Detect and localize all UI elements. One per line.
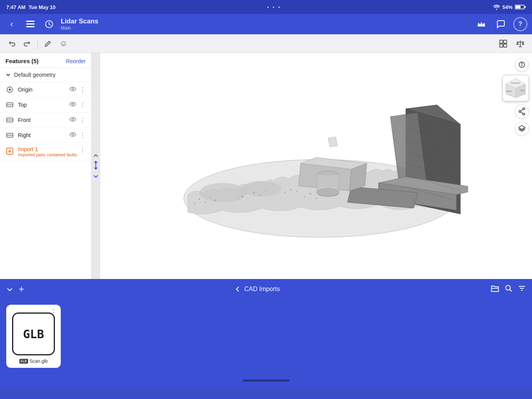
nav-bar: ‹ Lidar Scans Main xyxy=(0,14,532,34)
feature-right-more[interactable]: ⋮ xyxy=(79,132,86,139)
sidebar: Features (5) Reorder Default geometry Or… xyxy=(0,53,92,279)
feature-origin-label: Origin xyxy=(18,87,69,93)
scroll-up-button[interactable] xyxy=(92,152,100,159)
history-button[interactable] xyxy=(42,17,56,31)
svg-point-50 xyxy=(199,198,200,200)
crown-button[interactable] xyxy=(474,17,488,31)
pencil-icon xyxy=(44,40,52,48)
svg-point-79 xyxy=(506,285,511,290)
chevron-down-icon xyxy=(5,72,11,78)
main-area: Features (5) Reorder Default geometry Or… xyxy=(0,53,532,279)
feature-front-more[interactable]: ⋮ xyxy=(79,117,86,124)
edit-button[interactable] xyxy=(41,37,55,51)
folder-button[interactable] xyxy=(491,284,499,294)
toolbar: ☺ xyxy=(0,34,532,53)
share-button[interactable] xyxy=(515,104,529,118)
import-icon xyxy=(5,147,14,155)
feature-origin-more[interactable]: ⋮ xyxy=(79,86,86,94)
nav-title: Lidar Scans Main xyxy=(61,18,98,31)
feature-origin-eye[interactable] xyxy=(69,87,76,93)
feature-group-default[interactable]: Default geometry xyxy=(0,68,91,82)
chat-icon xyxy=(496,19,506,29)
file-card-menu[interactable]: ⋮ xyxy=(50,308,57,316)
feature-right-label: Right xyxy=(18,132,69,138)
svg-point-52 xyxy=(304,196,305,197)
svg-rect-2 xyxy=(516,6,521,9)
status-right: 54% xyxy=(493,4,526,10)
feature-right-eye[interactable] xyxy=(69,132,76,138)
sidebar-title: Features (5) xyxy=(5,58,39,64)
back-button[interactable]: ‹ xyxy=(5,17,19,31)
import-sublabel: Imported parts contained faults. xyxy=(18,152,79,157)
scroll-handle[interactable] xyxy=(92,53,100,279)
home-bar xyxy=(243,380,289,381)
file-card-scan[interactable]: ⋮ GLB GLB Scan.glb xyxy=(6,305,61,368)
svg-point-32 xyxy=(317,189,339,196)
list-icon xyxy=(26,21,35,28)
import-text: Import 1 Imported parts contained faults… xyxy=(18,146,79,157)
toolbar-divider xyxy=(37,38,38,49)
svg-point-42 xyxy=(417,200,418,201)
svg-rect-4 xyxy=(26,23,35,25)
svg-rect-8 xyxy=(504,40,507,43)
svg-point-16 xyxy=(72,88,74,90)
help-label: ? xyxy=(518,21,522,28)
svg-point-64 xyxy=(521,63,522,64)
status-time: 7:47 AM xyxy=(6,4,25,10)
help-button[interactable]: ? xyxy=(513,17,527,31)
svg-point-53 xyxy=(310,193,311,194)
svg-point-72 xyxy=(523,108,525,110)
scroll-down-button[interactable] xyxy=(92,173,100,180)
3d-layers-button[interactable] xyxy=(515,122,529,136)
feature-top-eye[interactable] xyxy=(69,102,76,108)
feature-item-right[interactable]: Right ⋮ xyxy=(0,128,91,143)
viewport-3d[interactable]: FRONT Back Left xyxy=(100,53,532,279)
feature-front-label: Front xyxy=(18,117,69,123)
feature-top-more[interactable]: ⋮ xyxy=(79,101,86,109)
layers-button[interactable] xyxy=(496,37,510,51)
svg-text:FRONT: FRONT xyxy=(511,82,521,85)
reorder-button[interactable]: Reorder xyxy=(66,58,86,64)
svg-point-41 xyxy=(296,191,297,192)
filter-button[interactable] xyxy=(518,285,526,294)
svg-point-48 xyxy=(210,197,211,198)
feature-item-import[interactable]: Import 1 Imported parts contained faults… xyxy=(0,143,91,161)
collapse-button[interactable] xyxy=(6,285,13,294)
svg-text:Back: Back xyxy=(506,90,512,92)
nav-cube[interactable]: FRONT Back Left xyxy=(502,75,529,101)
feature-item-origin[interactable]: Origin ⋮ xyxy=(0,82,91,97)
glb-icon: GLB xyxy=(12,312,55,355)
feature-front-eye[interactable] xyxy=(69,117,76,123)
chat-button[interactable] xyxy=(494,17,508,31)
list-icon-button[interactable] xyxy=(23,17,37,31)
battery-label: 54% xyxy=(502,4,513,10)
redo-button[interactable] xyxy=(20,37,34,51)
svg-line-75 xyxy=(521,109,523,111)
drag-handle-icon[interactable] xyxy=(93,161,99,171)
svg-point-43 xyxy=(423,203,424,204)
search-button[interactable] xyxy=(505,284,513,294)
feature-item-top[interactable]: Top ⋮ xyxy=(0,97,91,113)
status-dots: • • • xyxy=(267,5,281,9)
lidar-model xyxy=(164,78,468,241)
svg-point-38 xyxy=(265,190,266,191)
add-button[interactable]: + xyxy=(19,284,24,295)
battery-icon xyxy=(515,4,526,10)
feature-item-front[interactable]: Front ⋮ xyxy=(0,113,91,128)
scale-button[interactable] xyxy=(513,37,527,51)
undo-button[interactable] xyxy=(5,37,19,51)
back-arrow-icon xyxy=(235,286,241,292)
svg-point-15 xyxy=(9,89,11,90)
import-more[interactable]: ⋮ xyxy=(79,146,86,154)
svg-point-29 xyxy=(199,183,246,202)
nav-subtitle: Main xyxy=(61,25,98,31)
bottom-bar-center: CAD Imports xyxy=(24,286,491,293)
svg-rect-9 xyxy=(500,44,503,47)
svg-point-22 xyxy=(72,118,74,120)
emoji-button[interactable]: ☺ xyxy=(56,37,70,51)
scale-icon xyxy=(516,39,525,48)
info-button[interactable] xyxy=(515,58,529,72)
svg-point-54 xyxy=(315,198,317,199)
svg-rect-1 xyxy=(525,6,526,8)
viewport-controls: FRONT Back Left xyxy=(502,58,529,136)
